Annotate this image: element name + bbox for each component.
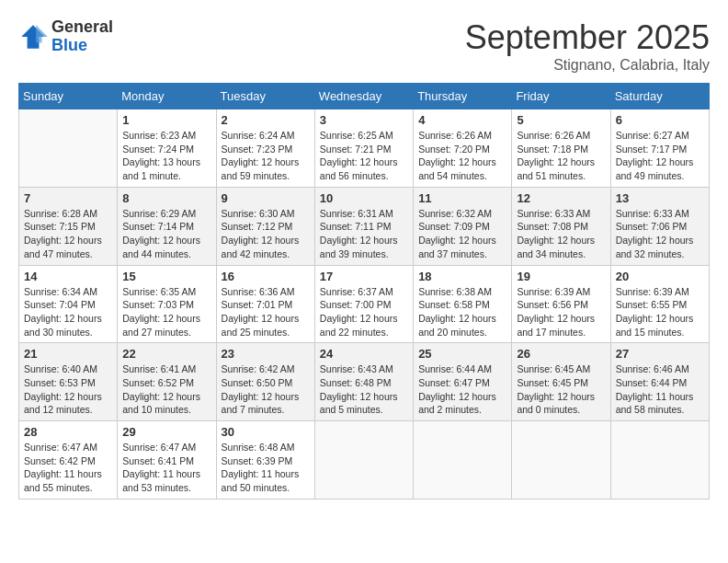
day-number: 1 bbox=[122, 113, 210, 127]
day-number: 5 bbox=[517, 113, 605, 127]
calendar-week-row: 1Sunrise: 6:23 AMSunset: 7:24 PMDaylight… bbox=[19, 109, 710, 188]
day-number: 30 bbox=[222, 425, 310, 439]
logo: General Blue bbox=[18, 18, 113, 55]
day-number: 29 bbox=[122, 425, 210, 439]
logo-text-blue: Blue bbox=[51, 36, 87, 54]
day-number: 3 bbox=[320, 113, 408, 127]
month-title: September 2025 bbox=[465, 18, 710, 57]
title-block: September 2025 Stignano, Calabria, Italy bbox=[465, 18, 710, 74]
day-info: Sunrise: 6:27 AMSunset: 7:17 PMDaylight:… bbox=[616, 129, 704, 183]
weekday-header-row: SundayMondayTuesdayWednesdayThursdayFrid… bbox=[19, 84, 710, 109]
day-info: Sunrise: 6:30 AMSunset: 7:12 PMDaylight:… bbox=[222, 207, 310, 261]
location: Stignano, Calabria, Italy bbox=[465, 57, 710, 74]
calendar-cell: 5Sunrise: 6:26 AMSunset: 7:18 PMDaylight… bbox=[512, 109, 610, 188]
day-info: Sunrise: 6:48 AMSunset: 6:39 PMDaylight:… bbox=[222, 441, 310, 495]
calendar-cell: 3Sunrise: 6:25 AMSunset: 7:21 PMDaylight… bbox=[314, 109, 413, 188]
day-number: 27 bbox=[616, 347, 704, 361]
weekday-header-wednesday: Wednesday bbox=[314, 84, 413, 109]
day-number: 25 bbox=[418, 347, 506, 361]
day-info: Sunrise: 6:34 AMSunset: 7:04 PMDaylight:… bbox=[24, 285, 112, 339]
weekday-header-monday: Monday bbox=[118, 84, 216, 109]
calendar-cell: 27Sunrise: 6:46 AMSunset: 6:44 PMDayligh… bbox=[610, 343, 709, 421]
weekday-header-thursday: Thursday bbox=[414, 84, 512, 109]
day-info: Sunrise: 6:33 AMSunset: 7:08 PMDaylight:… bbox=[517, 207, 605, 261]
day-info: Sunrise: 6:38 AMSunset: 6:58 PMDaylight:… bbox=[418, 285, 506, 339]
day-number: 10 bbox=[320, 191, 408, 205]
calendar-cell: 15Sunrise: 6:35 AMSunset: 7:03 PMDayligh… bbox=[118, 265, 216, 343]
calendar-cell: 1Sunrise: 6:23 AMSunset: 7:24 PMDaylight… bbox=[118, 109, 216, 188]
calendar-cell: 24Sunrise: 6:43 AMSunset: 6:48 PMDayligh… bbox=[314, 343, 413, 421]
day-info: Sunrise: 6:37 AMSunset: 7:00 PMDaylight:… bbox=[320, 285, 408, 339]
calendar-cell: 23Sunrise: 6:42 AMSunset: 6:50 PMDayligh… bbox=[216, 343, 314, 421]
day-info: Sunrise: 6:26 AMSunset: 7:18 PMDaylight:… bbox=[517, 129, 605, 183]
day-number: 22 bbox=[122, 347, 210, 361]
calendar-cell bbox=[19, 109, 118, 188]
calendar-week-row: 14Sunrise: 6:34 AMSunset: 7:04 PMDayligh… bbox=[19, 265, 710, 343]
day-number: 19 bbox=[517, 270, 605, 283]
day-number: 2 bbox=[222, 113, 310, 127]
day-number: 24 bbox=[320, 347, 408, 361]
weekday-header-tuesday: Tuesday bbox=[216, 84, 314, 109]
day-info: Sunrise: 6:29 AMSunset: 7:14 PMDaylight:… bbox=[122, 207, 210, 261]
calendar-cell bbox=[414, 421, 512, 500]
day-number: 21 bbox=[24, 347, 112, 361]
calendar-cell: 11Sunrise: 6:32 AMSunset: 7:09 PMDayligh… bbox=[414, 187, 512, 265]
day-number: 12 bbox=[517, 191, 605, 205]
calendar-cell: 19Sunrise: 6:39 AMSunset: 6:56 PMDayligh… bbox=[512, 265, 610, 343]
calendar-cell bbox=[512, 421, 610, 500]
calendar-cell: 2Sunrise: 6:24 AMSunset: 7:23 PMDaylight… bbox=[216, 109, 314, 188]
day-info: Sunrise: 6:31 AMSunset: 7:11 PMDaylight:… bbox=[320, 207, 408, 261]
day-info: Sunrise: 6:39 AMSunset: 6:55 PMDaylight:… bbox=[616, 285, 704, 339]
day-info: Sunrise: 6:32 AMSunset: 7:09 PMDaylight:… bbox=[418, 207, 506, 261]
calendar-cell: 7Sunrise: 6:28 AMSunset: 7:15 PMDaylight… bbox=[19, 187, 118, 265]
calendar-cell: 12Sunrise: 6:33 AMSunset: 7:08 PMDayligh… bbox=[512, 187, 610, 265]
calendar-cell: 13Sunrise: 6:33 AMSunset: 7:06 PMDayligh… bbox=[610, 187, 709, 265]
day-info: Sunrise: 6:24 AMSunset: 7:23 PMDaylight:… bbox=[222, 129, 310, 183]
calendar-cell: 10Sunrise: 6:31 AMSunset: 7:11 PMDayligh… bbox=[314, 187, 413, 265]
day-info: Sunrise: 6:26 AMSunset: 7:20 PMDaylight:… bbox=[418, 129, 506, 183]
calendar-cell: 9Sunrise: 6:30 AMSunset: 7:12 PMDaylight… bbox=[216, 187, 314, 265]
calendar-cell: 8Sunrise: 6:29 AMSunset: 7:14 PMDaylight… bbox=[118, 187, 216, 265]
calendar-cell: 21Sunrise: 6:40 AMSunset: 6:53 PMDayligh… bbox=[19, 343, 118, 421]
calendar-week-row: 28Sunrise: 6:47 AMSunset: 6:42 PMDayligh… bbox=[19, 421, 710, 500]
day-number: 8 bbox=[122, 191, 210, 205]
day-info: Sunrise: 6:46 AMSunset: 6:44 PMDaylight:… bbox=[616, 362, 704, 417]
day-number: 26 bbox=[517, 347, 605, 361]
day-number: 15 bbox=[122, 270, 210, 283]
day-info: Sunrise: 6:33 AMSunset: 7:06 PMDaylight:… bbox=[616, 207, 704, 261]
calendar-cell: 25Sunrise: 6:44 AMSunset: 6:47 PMDayligh… bbox=[414, 343, 512, 421]
calendar-cell: 22Sunrise: 6:41 AMSunset: 6:52 PMDayligh… bbox=[118, 343, 216, 421]
day-number: 14 bbox=[24, 270, 112, 283]
day-number: 4 bbox=[418, 113, 506, 127]
calendar-cell: 30Sunrise: 6:48 AMSunset: 6:39 PMDayligh… bbox=[216, 421, 314, 500]
day-number: 20 bbox=[616, 270, 704, 283]
calendar-cell: 20Sunrise: 6:39 AMSunset: 6:55 PMDayligh… bbox=[610, 265, 709, 343]
calendar-cell: 14Sunrise: 6:34 AMSunset: 7:04 PMDayligh… bbox=[19, 265, 118, 343]
day-info: Sunrise: 6:40 AMSunset: 6:53 PMDaylight:… bbox=[24, 362, 112, 417]
calendar-cell: 18Sunrise: 6:38 AMSunset: 6:58 PMDayligh… bbox=[414, 265, 512, 343]
day-number: 9 bbox=[222, 191, 310, 205]
page-header: General Blue September 2025 Stignano, Ca… bbox=[18, 18, 710, 74]
svg-marker-1 bbox=[36, 25, 48, 42]
day-number: 17 bbox=[320, 270, 408, 283]
day-number: 18 bbox=[418, 270, 506, 283]
weekday-header-saturday: Saturday bbox=[610, 84, 709, 109]
calendar-cell: 6Sunrise: 6:27 AMSunset: 7:17 PMDaylight… bbox=[610, 109, 709, 188]
day-number: 13 bbox=[616, 191, 704, 205]
day-info: Sunrise: 6:42 AMSunset: 6:50 PMDaylight:… bbox=[222, 362, 310, 417]
day-info: Sunrise: 6:39 AMSunset: 6:56 PMDaylight:… bbox=[517, 285, 605, 339]
day-number: 11 bbox=[418, 191, 506, 205]
calendar-cell: 16Sunrise: 6:36 AMSunset: 7:01 PMDayligh… bbox=[216, 265, 314, 343]
day-info: Sunrise: 6:25 AMSunset: 7:21 PMDaylight:… bbox=[320, 129, 408, 183]
day-info: Sunrise: 6:44 AMSunset: 6:47 PMDaylight:… bbox=[418, 362, 506, 417]
day-info: Sunrise: 6:35 AMSunset: 7:03 PMDaylight:… bbox=[122, 285, 210, 339]
calendar-cell bbox=[610, 421, 709, 500]
calendar-cell: 4Sunrise: 6:26 AMSunset: 7:20 PMDaylight… bbox=[414, 109, 512, 188]
day-info: Sunrise: 6:45 AMSunset: 6:45 PMDaylight:… bbox=[517, 362, 605, 417]
day-info: Sunrise: 6:28 AMSunset: 7:15 PMDaylight:… bbox=[24, 207, 112, 261]
calendar-week-row: 21Sunrise: 6:40 AMSunset: 6:53 PMDayligh… bbox=[19, 343, 710, 421]
calendar-cell: 26Sunrise: 6:45 AMSunset: 6:45 PMDayligh… bbox=[512, 343, 610, 421]
day-number: 16 bbox=[222, 270, 310, 283]
day-info: Sunrise: 6:23 AMSunset: 7:24 PMDaylight:… bbox=[122, 129, 210, 183]
day-info: Sunrise: 6:47 AMSunset: 6:42 PMDaylight:… bbox=[24, 441, 112, 495]
